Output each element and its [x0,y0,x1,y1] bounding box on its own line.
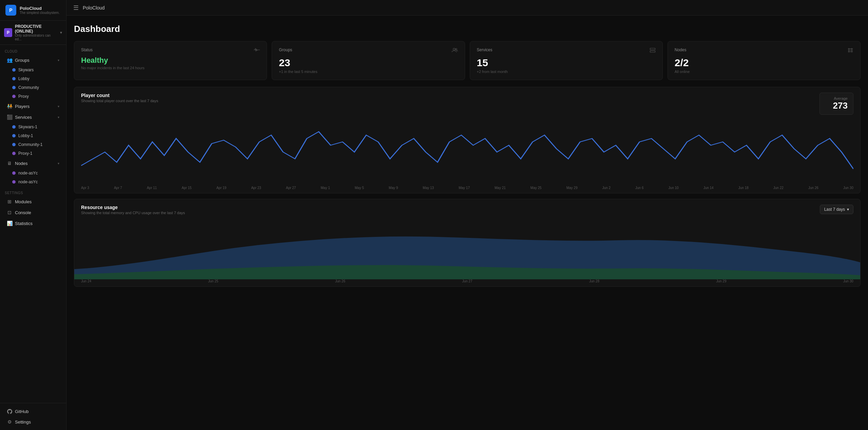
services-label: Services [15,115,55,120]
x-label: May 17 [459,186,470,190]
sidebar-item-github[interactable]: GitHub [2,406,64,416]
sidebar-item-nodes[interactable]: 🖥 Nodes ▾ [2,158,64,168]
stat-card-nodes: Nodes 2/2 All online [668,41,861,80]
x-label: Jun 18 [738,186,749,190]
pulse-icon [254,48,260,54]
sidebar-item-modules[interactable]: ⊞ Modules [2,197,64,207]
x-label: Jun 30 [843,279,853,283]
status-value: Healthy [81,56,260,64]
average-label: Average [825,96,848,100]
x-label: Apr 7 [114,186,122,190]
sidebar-item-services[interactable]: ⬛ Services ▾ [2,112,64,122]
resource-chart-area: Jun 24 Jun 25 Jun 26 Jun 27 Jun 28 Jun 2… [74,215,860,286]
sidebar-item-community[interactable]: Community [2,83,64,92]
settings-section-label: Settings [0,186,66,196]
services-stat-label: Services [477,48,493,52]
x-label: May 21 [495,186,506,190]
services-stat-icon [650,48,656,54]
sidebar-toggle-button[interactable]: ☰ [73,4,79,12]
workspace-icon: P [4,28,12,37]
x-label: Jun 25 [208,279,218,283]
x-label: Jun 27 [462,279,472,283]
services-sub: +2 from last month [477,70,656,74]
community-label: Community [18,85,39,90]
sidebar-item-skywars[interactable]: Skywars [2,66,64,74]
chevron-icon: ▾ [58,115,59,119]
x-label: Jun 22 [773,186,784,190]
sidebar-item-statistics[interactable]: 📊 Statistics [2,218,64,228]
github-icon [7,409,12,414]
nodes-icon: 🖥 [7,161,12,166]
sidebar-item-groups[interactable]: 👥 Groups ▾ [2,55,64,65]
resource-header: Resource usage Showing the total memory … [74,199,860,215]
x-label: May 13 [423,186,434,190]
chevron-icon: ▾ [58,162,59,165]
dot-icon [12,152,16,155]
resource-title: Resource usage [81,205,185,210]
time-range-dropdown[interactable]: Last 7 days ▾ [820,205,853,214]
sidebar-item-skywars-1[interactable]: Skywars-1 [2,123,64,131]
dot-icon [12,171,16,175]
settings-icon: ⚙ [7,419,12,425]
stat-card-status: Status Healthy No major incidents in the… [74,41,267,80]
groups-stat-icon [452,48,458,54]
x-label: Apr 23 [251,186,261,190]
workspace-selector[interactable]: P PRODUCTIVE (ONLINE) Only administrator… [0,21,66,45]
services-icon: ⬛ [7,114,12,120]
stat-card-services: Services 15 +2 from last month [470,41,663,80]
player-count-title: Player count [81,93,158,98]
lobby-1-label: Lobby-1 [18,133,33,138]
sidebar-item-proxy-1[interactable]: Proxy-1 [2,149,64,157]
dot-icon [12,68,16,72]
dot-icon [12,86,16,89]
topbar: ☰ PoloCloud [66,0,868,16]
x-label: Apr 15 [181,186,191,190]
x-label: Jun 30 [843,186,853,190]
svg-rect-2 [650,48,655,50]
sidebar-item-community-1[interactable]: Community-1 [2,141,64,149]
chevron-icon: ▾ [58,105,59,108]
player-count-chart: Player count Showing total player count … [74,87,861,193]
x-label: May 9 [389,186,398,190]
svg-rect-3 [650,51,655,53]
x-label: Jun 29 [716,279,726,283]
proxy-1-label: Proxy-1 [18,151,32,156]
sidebar-footer: GitHub ⚙ Settings [0,403,66,430]
x-label: Jun 14 [703,186,714,190]
sidebar-item-node-1[interactable]: node-asYc [2,169,64,177]
svg-point-0 [453,48,455,50]
sidebar-item-lobby[interactable]: Lobby [2,75,64,83]
groups-stat-label: Groups [279,48,292,52]
groups-value: 23 [279,57,458,68]
x-label: May 25 [531,186,542,190]
sidebar-item-players[interactable]: 🧑‍🤝‍🧑 Players ▾ [2,101,64,111]
x-label: Jun 2 [602,186,611,190]
x-label: Jun 28 [589,279,599,283]
console-label: Console [15,210,59,215]
modules-icon: ⊞ [7,199,12,204]
x-label: Apr 19 [216,186,226,190]
dot-icon [12,125,16,129]
x-label: Apr 27 [286,186,296,190]
sidebar-item-lobby-1[interactable]: Lobby-1 [2,132,64,140]
x-label: May 29 [566,186,578,190]
services-value: 15 [477,57,656,68]
sidebar-item-proxy[interactable]: Proxy [2,92,64,100]
workspace-name: PRODUCTIVE (ONLINE) [15,24,57,34]
console-icon: ⊡ [7,210,12,215]
statistics-icon: 📊 [7,221,12,226]
sidebar-item-node-2[interactable]: node-asYc [2,178,64,186]
x-label: Jun 26 [335,279,345,283]
stat-cards-grid: Status Healthy No major incidents in the… [74,41,861,80]
main-content: ☰ PoloCloud Dashboard Status Healthy No … [66,0,868,430]
sidebar-item-console[interactable]: ⊡ Console [2,207,64,218]
x-label: May 1 [321,186,330,190]
x-label: Jun 26 [808,186,818,190]
x-label: Apr 11 [147,186,157,190]
status-label: Status [81,48,93,52]
dot-icon [12,95,16,98]
x-label: Jun 10 [669,186,679,190]
github-label: GitHub [15,409,59,414]
sidebar-item-settings[interactable]: ⚙ Settings [2,417,64,427]
svg-point-1 [455,49,457,50]
